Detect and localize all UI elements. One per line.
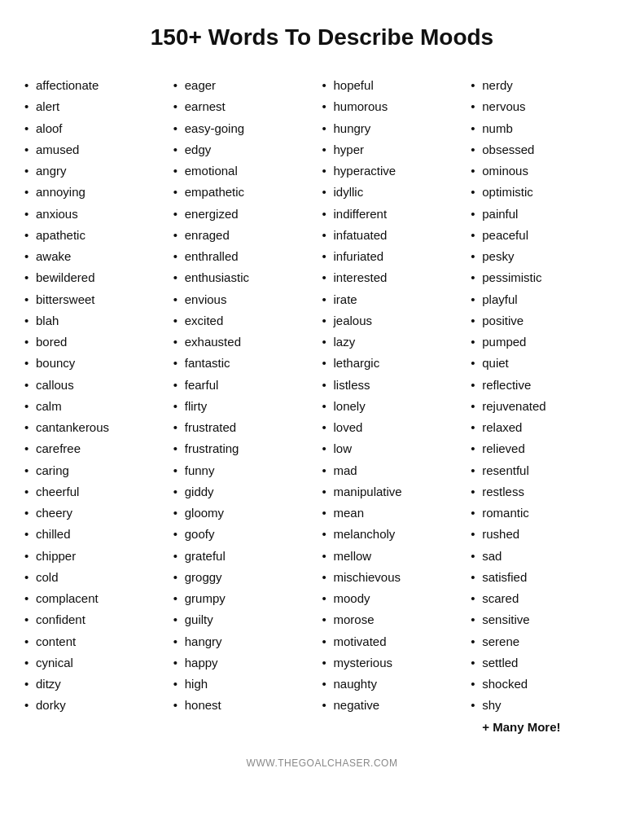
list-item: resentful bbox=[471, 460, 620, 481]
list-item: obsessed bbox=[471, 139, 620, 160]
list-item: angry bbox=[24, 160, 173, 182]
column-2: eagerearnesteasy-goingedgyemotionalempat… bbox=[173, 75, 322, 738]
list-item: cheerful bbox=[24, 481, 173, 503]
column-1: affectionatealertaloofamusedangryannoyin… bbox=[24, 75, 173, 738]
list-item: caring bbox=[24, 460, 173, 481]
list-item: fearful bbox=[173, 375, 322, 396]
list-item: lazy bbox=[322, 331, 471, 353]
list-item: nerdy bbox=[471, 75, 620, 96]
list-item: bittersweet bbox=[24, 289, 173, 310]
list-item: motivated bbox=[322, 631, 471, 652]
list-item: chilled bbox=[24, 524, 173, 545]
list-item: rushed bbox=[471, 524, 620, 545]
list-item: callous bbox=[24, 375, 173, 396]
list-item: bewildered bbox=[24, 267, 173, 288]
list-item: satisfied bbox=[471, 567, 620, 588]
list-item: morose bbox=[322, 609, 471, 630]
list-item: enthusiastic bbox=[173, 267, 322, 288]
list-item: frustrating bbox=[173, 438, 322, 459]
list-item: sad bbox=[471, 546, 620, 567]
list-item: hyperactive bbox=[322, 160, 471, 182]
list-item: melancholy bbox=[322, 524, 471, 545]
list-item: hangry bbox=[173, 631, 322, 652]
list-item: chipper bbox=[24, 546, 173, 567]
list-item: interested bbox=[322, 267, 471, 288]
list-item: positive bbox=[471, 310, 620, 331]
list-item: ditzy bbox=[24, 674, 173, 695]
list-item: pessimistic bbox=[471, 267, 620, 288]
list-item: humorous bbox=[322, 96, 471, 117]
list-item: mischievous bbox=[322, 567, 471, 588]
list-item: manipulative bbox=[322, 481, 471, 503]
list-item: grumpy bbox=[173, 588, 322, 609]
list-item: cheery bbox=[24, 503, 173, 524]
list-item: apathetic bbox=[24, 225, 173, 246]
list-item: edgy bbox=[173, 139, 322, 160]
list-item: reflective bbox=[471, 375, 620, 396]
list-item: bouncy bbox=[24, 353, 173, 374]
list-item: guilty bbox=[173, 609, 322, 630]
list-item: confident bbox=[24, 609, 173, 630]
page-title: 150+ Words To Describe Moods bbox=[151, 24, 493, 50]
list-item: loved bbox=[322, 417, 471, 438]
list-item: irate bbox=[322, 289, 471, 310]
list-item: painful bbox=[471, 204, 620, 225]
list-item: idyllic bbox=[322, 182, 471, 203]
list-item: emotional bbox=[173, 160, 322, 182]
list-item: envious bbox=[173, 289, 322, 310]
list-item: easy-going bbox=[173, 118, 322, 139]
list-item: settled bbox=[471, 652, 620, 674]
list-item: carefree bbox=[24, 438, 173, 459]
list-item: relieved bbox=[471, 438, 620, 459]
list-item: moody bbox=[322, 588, 471, 609]
list-item: hyper bbox=[322, 139, 471, 160]
footer-url: WWW.THEGOALCHASER.COM bbox=[247, 757, 398, 769]
list-item: low bbox=[322, 438, 471, 459]
list-item: quiet bbox=[471, 353, 620, 374]
list-item: complacent bbox=[24, 588, 173, 609]
list-item: exhausted bbox=[173, 331, 322, 353]
column-4: nerdynervousnumbobsessedominousoptimisti… bbox=[471, 75, 620, 738]
list-item: rejuvenated bbox=[471, 396, 620, 417]
list-item: goofy bbox=[173, 524, 322, 545]
list-item: negative bbox=[322, 695, 471, 716]
list-item: naughty bbox=[322, 674, 471, 695]
list-item: mean bbox=[322, 503, 471, 524]
list-item: optimistic bbox=[471, 182, 620, 203]
list-item: shy bbox=[471, 695, 620, 716]
list-item: frustrated bbox=[173, 417, 322, 438]
list-item: mad bbox=[322, 460, 471, 481]
list-item: grateful bbox=[173, 546, 322, 567]
list-item: listless bbox=[322, 375, 471, 396]
list-item: honest bbox=[173, 695, 322, 716]
list-item: blah bbox=[24, 310, 173, 331]
list-item: giddy bbox=[173, 481, 322, 503]
list-item: mysterious bbox=[322, 652, 471, 674]
more-label: + Many More! bbox=[471, 717, 620, 738]
list-item: affectionate bbox=[24, 75, 173, 96]
list-item: cantankerous bbox=[24, 417, 173, 438]
list-item: dorky bbox=[24, 695, 173, 716]
list-item: serene bbox=[471, 631, 620, 652]
list-item: empathetic bbox=[173, 182, 322, 203]
list-item: energized bbox=[173, 204, 322, 225]
list-item: cynical bbox=[24, 652, 173, 674]
list-item: pumped bbox=[471, 331, 620, 353]
list-item: bored bbox=[24, 331, 173, 353]
list-item: alert bbox=[24, 96, 173, 117]
list-item: peaceful bbox=[471, 225, 620, 246]
list-item: enthralled bbox=[173, 246, 322, 267]
list-item: restless bbox=[471, 481, 620, 503]
list-item: anxious bbox=[24, 204, 173, 225]
list-item: annoying bbox=[24, 182, 173, 203]
list-item: nervous bbox=[471, 96, 620, 117]
list-item: fantastic bbox=[173, 353, 322, 374]
list-item: gloomy bbox=[173, 503, 322, 524]
list-item: relaxed bbox=[471, 417, 620, 438]
list-item: shocked bbox=[471, 674, 620, 695]
list-item: calm bbox=[24, 396, 173, 417]
list-item: awake bbox=[24, 246, 173, 267]
list-item: ominous bbox=[471, 160, 620, 182]
list-item: cold bbox=[24, 567, 173, 588]
list-item: indifferent bbox=[322, 204, 471, 225]
